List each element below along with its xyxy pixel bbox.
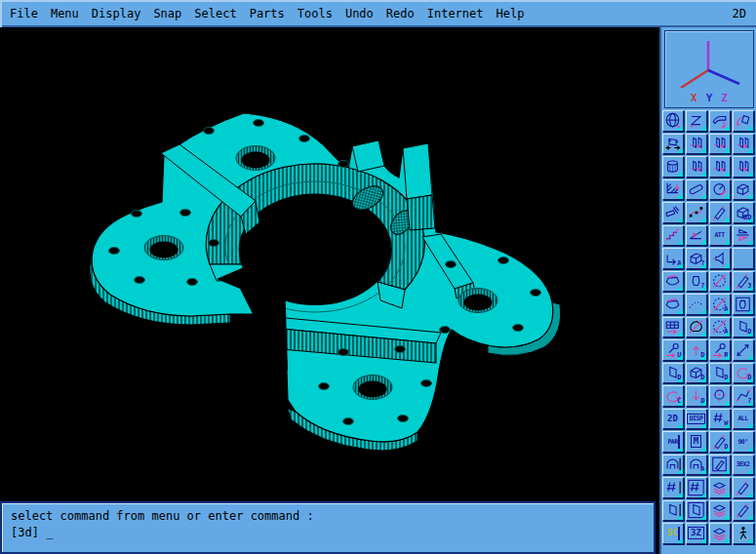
csys-sphere-button[interactable] — [662, 110, 684, 132]
menu-item-file[interactable]: File — [10, 7, 38, 20]
point-sampling-button[interactable] — [686, 294, 707, 315]
view-previous-button[interactable]: D — [733, 363, 754, 384]
feather-delete-button[interactable] — [733, 500, 754, 522]
extrude-3ex2-button[interactable]: 3EX2 — [733, 455, 754, 476]
command-console[interactable]: select command from menu or enter comman… — [0, 501, 656, 554]
sketch-pen-button[interactable] — [709, 455, 731, 476]
menu-item-select[interactable]: Select — [194, 7, 236, 20]
audio-panel-button[interactable] — [709, 248, 731, 269]
menu-item-redo[interactable]: Redo — [386, 7, 415, 20]
mode-2d-button[interactable]: 2D — [662, 409, 684, 430]
layer-list-button[interactable] — [709, 523, 731, 544]
depth-pen-button[interactable]: 3 — [733, 271, 754, 293]
move-panel-button[interactable] — [686, 134, 707, 155]
window-grid-button[interactable]: W — [709, 409, 731, 430]
panel-bar-button[interactable] — [662, 500, 684, 522]
block-solid-button[interactable] — [733, 179, 754, 201]
attributes-button[interactable]: ATT — [709, 225, 731, 247]
copy-panel-button[interactable] — [709, 134, 731, 155]
text-anchor-button[interactable]: A — [662, 248, 684, 269]
parameters-button[interactable]: PAR — [662, 431, 684, 453]
hatch-wall-bar-button[interactable] — [662, 477, 684, 498]
viewport-canvas[interactable] — [0, 27, 659, 501]
cut-surface-button[interactable] — [662, 271, 684, 293]
menu-item-display[interactable]: Display — [92, 7, 141, 20]
select-all-button[interactable]: ALL — [733, 409, 754, 430]
menu-item-tools[interactable]: Tools — [298, 7, 333, 20]
hide-hatch-button[interactable]: A — [709, 317, 731, 338]
console-message: select command from menu or enter comman… — [11, 508, 645, 525]
profile-zigzag-button[interactable] — [686, 110, 707, 132]
view-fit-button[interactable]: D — [686, 363, 707, 384]
bounding-box-button[interactable]: BD — [733, 202, 754, 223]
rotate-panel-z-button[interactable] — [733, 156, 754, 178]
profile-gate-bar-button[interactable] — [662, 455, 684, 476]
rotate-panel-y-button[interactable] — [709, 156, 731, 178]
layer-shift-icon — [710, 501, 729, 519]
attributes-label: ATT — [714, 232, 724, 239]
menu-item-menu[interactable]: Menu — [51, 7, 79, 20]
measure-box-button[interactable] — [662, 134, 684, 155]
panel-box-icon — [687, 501, 705, 519]
mirror-view-icon — [710, 433, 729, 451]
rotate-view-button[interactable]: C — [662, 385, 684, 407]
rotate-panel-y-icon — [710, 158, 729, 176]
cylinder-solid-button[interactable] — [662, 156, 684, 178]
profile-gate-box-button[interactable]: A — [686, 455, 707, 476]
menu-item-parts[interactable]: Parts — [250, 7, 285, 20]
macro-button[interactable]: M — [686, 431, 707, 453]
spline-points-button[interactable] — [686, 202, 707, 223]
layer-shift-button[interactable] — [709, 500, 731, 522]
undo-key-button[interactable]: U — [662, 339, 684, 361]
panel-box-button[interactable] — [686, 500, 707, 522]
feather-pen-button[interactable] — [733, 477, 754, 498]
trim-knife-button[interactable] — [709, 202, 731, 223]
menu-item-snap[interactable]: Snap — [153, 7, 181, 20]
measure-distance-button[interactable] — [733, 339, 754, 361]
arrow-ramp-button[interactable] — [686, 225, 707, 247]
symmetry-mirror-button[interactable] — [733, 225, 754, 247]
table-export-button[interactable] — [662, 317, 684, 338]
mirror-view-button[interactable]: D — [709, 431, 731, 453]
group-container-button[interactable] — [733, 294, 754, 315]
walkthrough-button[interactable] — [733, 523, 754, 544]
revolve-solid-button[interactable] — [733, 110, 754, 132]
redo-key-button[interactable]: R — [709, 339, 731, 361]
zoom-3z-button[interactable]: 3Z — [686, 523, 707, 544]
macro-label: M — [691, 435, 701, 448]
delete-blob-button[interactable] — [686, 317, 707, 338]
offset-panel-button[interactable] — [733, 134, 754, 155]
pan-left-button[interactable]: D — [662, 363, 684, 384]
hide-hatch-label: A — [724, 329, 728, 336]
cut-surface-icon — [663, 272, 682, 290]
box-query-button[interactable]: ? — [686, 248, 707, 269]
menu-item-help[interactable]: Help — [497, 7, 525, 20]
groove-hatch-button[interactable] — [662, 179, 684, 201]
rotate-90-button[interactable]: 90° — [733, 431, 754, 453]
layer-stack-button[interactable] — [709, 477, 731, 498]
display-options-button[interactable]: DISP — [686, 409, 707, 430]
pan-right-button[interactable]: D — [709, 363, 731, 384]
menu-item-internet[interactable]: Internet — [427, 7, 484, 20]
view-door-button[interactable]: D — [733, 317, 754, 338]
erase-dashed-button[interactable] — [709, 271, 731, 293]
hatch-wall-box-button[interactable] — [686, 477, 707, 498]
group-query-button[interactable]: ? — [686, 271, 707, 293]
hide-dashed-button[interactable]: A — [709, 294, 731, 315]
view-down-button[interactable]: D — [686, 385, 707, 407]
hull-surface-button[interactable] — [662, 294, 684, 315]
query-point-button[interactable]: ? — [733, 385, 754, 407]
rotate-panel-x-button[interactable] — [686, 156, 707, 178]
zoom-origin-button[interactable] — [709, 385, 731, 407]
delete-profile-button[interactable] — [662, 225, 684, 247]
redo-key-icon — [710, 341, 729, 359]
measure-angle-button[interactable] — [709, 179, 731, 201]
hammer-tool-button[interactable] — [662, 202, 684, 223]
scale-sc-button[interactable]: SC — [662, 523, 684, 544]
sweep-solid-button[interactable] — [709, 110, 731, 132]
menu-item-undo[interactable]: Undo — [345, 7, 374, 20]
measure-angle-icon — [710, 180, 729, 198]
undo-key-label: U — [677, 352, 681, 359]
round-bar-button[interactable] — [686, 179, 707, 201]
view-up-button[interactable]: D — [686, 339, 707, 361]
